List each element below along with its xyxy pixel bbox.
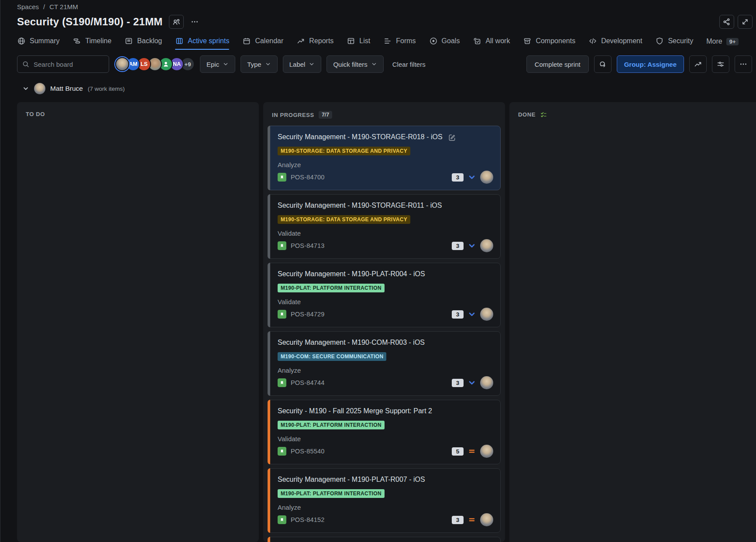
card-title: Security - M190 - Fall 2025 Merge Suppor… [278,407,432,416]
tab-security[interactable]: Security [655,37,693,50]
quick-filters-dropdown[interactable]: Quick filters [326,55,383,73]
label-filter-dropdown[interactable]: Label [283,55,322,73]
story-icon [278,173,286,182]
assignee-avatar [480,445,493,458]
board-card[interactable]: Security - M190 - Fall 2025 Merge Suppor… [268,400,501,464]
card-status: Analyze [278,504,493,511]
group-work-item-count: (7 work items) [88,86,125,92]
forms-icon [383,37,392,45]
tab-components[interactable]: Components [523,37,575,50]
ellipsis-icon [739,60,748,69]
tab-active-sprints[interactable]: Active sprints [175,37,229,50]
card-status: Analyze [278,161,493,168]
board-card[interactable]: Security Management - M190-COM-R003 - iO… [268,331,501,396]
tab-all-work[interactable]: All work [473,37,510,50]
chart-line-icon [296,37,305,45]
page-header: Spaces / CT 21MM Security (S190/M190) - … [0,0,756,50]
breadcrumb-spaces[interactable]: Spaces [17,3,39,10]
story-icon [278,241,286,250]
estimate-badge: 3 [452,173,464,182]
shield-icon [655,37,664,45]
tab-more[interactable]: More 9+ [706,38,739,50]
group-collapse-chevron-icon[interactable] [22,85,29,92]
tab-development[interactable]: Development [588,37,642,50]
breadcrumb: Spaces / CT 21MM [17,3,753,10]
chevron-down-icon [371,61,377,67]
done-checklist-icon [540,111,547,118]
table-icon [347,37,355,45]
search-icon [22,60,30,68]
estimate-badge: 3 [452,242,464,250]
avatar-filter-selected[interactable] [115,57,129,71]
estimate-badge: 3 [452,379,464,387]
loop-arrow-icon [598,60,607,69]
type-filter-dropdown[interactable]: Type [241,55,278,73]
tab-timeline[interactable]: Timeline [72,37,111,50]
share-icon [722,17,731,26]
ellipsis-icon [190,17,199,26]
priority-icon [467,378,476,387]
board-card[interactable]: Security Management - M190-STORAGE-R018 … [268,126,501,190]
card-label-badge: M190-PLAT: PLATFORM INTERACTION [278,489,385,498]
assignee-avatar [480,171,493,184]
board-card[interactable]: Security Management - M190-PLAT-R007 - i… [268,468,501,533]
share-button[interactable] [719,15,734,29]
fullscreen-button[interactable] [738,15,753,29]
group-assignee-avatar [34,83,45,94]
globe-icon [17,37,26,45]
board-columns-icon [175,37,184,45]
group-by-button[interactable]: Group: Assignee [617,55,684,73]
story-icon [278,447,286,456]
priority-icon [467,515,476,524]
tab-forms[interactable]: Forms [383,37,416,50]
board-card-partial[interactable] [268,537,501,542]
card-key: POS-84729 [291,311,325,318]
clear-filters-button[interactable]: Clear filters [389,55,429,73]
automation-rules-button[interactable] [594,55,612,73]
complete-sprint-button[interactable]: Complete sprint [526,55,589,73]
code-icon [588,37,597,45]
sprint-board: TO DO IN PROGRESS 7/7 Security Managemen… [0,98,756,542]
priority-icon [467,241,476,250]
column-in-progress: IN PROGRESS 7/7 Security Management - M1… [263,102,505,542]
edit-summary-button[interactable] [448,134,456,142]
estimate-badge: 3 [452,516,464,524]
card-key: POS-84744 [291,379,325,386]
tab-backlog[interactable]: Backlog [124,37,162,50]
card-cover-stripe [268,331,270,396]
card-label-badge: M190-PLAT: PLATFORM INTERACTION [278,421,385,429]
tab-reports[interactable]: Reports [296,37,333,50]
tab-summary[interactable]: Summary [17,37,59,50]
story-icon [278,378,286,387]
card-cover-stripe [268,194,270,259]
breadcrumb-project[interactable]: CT 21MM [49,3,78,10]
tab-goals[interactable]: Goals [429,37,460,50]
card-title: Security Management - M190-COM-R003 - iO… [278,338,425,347]
tab-list[interactable]: List [347,37,370,50]
card-label-badge: M190-COM: SECURE COMMUNICATION [278,352,386,361]
column-title: DONE [518,111,536,118]
card-title: Security Management - M190-STORAGE-R011 … [278,201,442,210]
backlog-icon [124,37,133,45]
estimate-badge: 5 [452,447,464,456]
board-card[interactable]: Security Management - M190-STORAGE-R011 … [268,194,501,259]
assignee-avatar-filter: AM LS NA +9 [115,57,195,71]
card-key: POS-85540 [291,448,325,455]
people-icon [172,17,181,26]
card-cover-stripe [268,537,270,542]
insights-button[interactable] [689,55,707,73]
tab-calendar[interactable]: Calendar [242,37,283,50]
search-input[interactable] [34,61,104,68]
card-title: Security Management - M190-PLAT-R007 - i… [278,475,425,484]
card-cover-stripe [268,126,270,190]
card-status: Analyze [278,367,493,374]
card-cover-stripe [268,468,270,533]
board-more-button[interactable] [735,55,752,73]
sliders-icon [716,60,725,69]
card-key: POS-84152 [291,516,325,523]
board-card[interactable]: Security Management - M190-PLAT-R004 - i… [268,263,501,327]
title-more-button[interactable] [187,15,202,29]
epic-filter-dropdown[interactable]: Epic [200,55,235,73]
view-settings-button[interactable] [712,55,729,73]
team-members-button[interactable] [169,15,184,29]
